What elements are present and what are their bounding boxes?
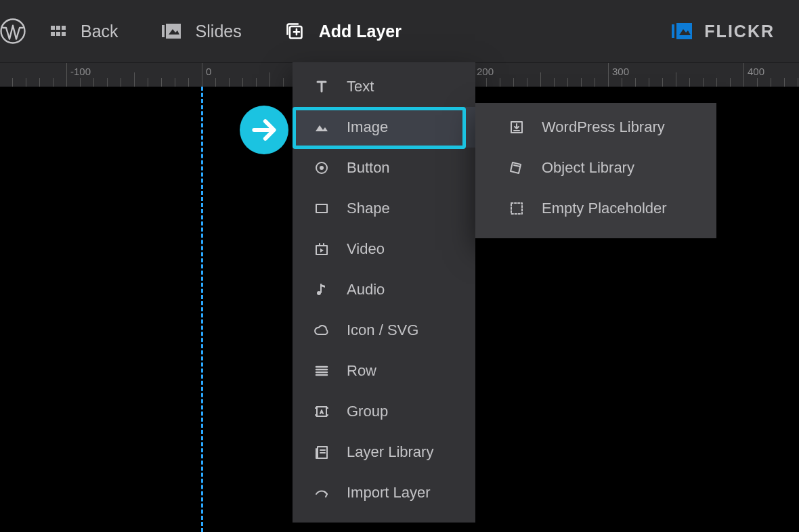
ruler-label: 0 <box>206 66 211 77</box>
shape-icon <box>311 200 332 217</box>
cloud-icon <box>311 322 332 338</box>
back-button[interactable]: Back <box>28 0 140 62</box>
menu-item-label: Object Library <box>542 159 634 177</box>
placeholder-icon <box>506 200 527 217</box>
svg-rect-1 <box>51 26 55 30</box>
flickr-label: FLICKR <box>704 22 775 41</box>
grid-icon <box>49 23 66 39</box>
wordpress-logo[interactable] <box>0 16 28 47</box>
flickr-button[interactable]: FLICKR <box>647 0 799 62</box>
add-layer-item-row[interactable]: Row <box>293 351 475 391</box>
button-icon <box>311 160 332 176</box>
add-layer-icon <box>285 22 304 41</box>
back-label: Back <box>81 22 118 41</box>
group-icon <box>311 403 332 420</box>
ruler-label: 300 <box>612 66 629 77</box>
ruler-label: 400 <box>748 66 764 77</box>
add-layer-item-audio[interactable]: Audio <box>293 269 475 310</box>
add-layer-item-layer-library[interactable]: Layer Library <box>293 432 475 472</box>
svg-rect-22 <box>511 203 522 214</box>
svg-point-15 <box>320 166 324 170</box>
add-layer-item-group[interactable]: Group <box>293 391 475 432</box>
menu-item-label: Icon / SVG <box>347 322 418 339</box>
menu-item-label: WordPress Library <box>542 118 665 136</box>
add-layer-button[interactable]: Add Layer <box>263 0 423 62</box>
slides-label: Slides <box>196 22 242 41</box>
menu-item-label: Row <box>347 362 376 380</box>
add-layer-item-video[interactable]: Video <box>293 229 475 269</box>
add-layer-item-icon-svg[interactable]: Icon / SVG <box>293 310 475 351</box>
svg-rect-3 <box>62 26 66 30</box>
slides-button[interactable]: Slides <box>140 0 263 62</box>
menu-item-label: Import Layer <box>347 484 431 502</box>
image-submenu-item-empty-placeholder[interactable]: Empty Placeholder <box>475 188 716 229</box>
svg-rect-2 <box>56 26 60 30</box>
top-toolbar: Back Slides Add Layer <box>0 0 799 62</box>
svg-rect-6 <box>62 32 66 36</box>
add-layer-item-text[interactable]: Text <box>293 66 475 107</box>
menu-item-label: Shape <box>347 200 390 217</box>
wp-library-icon <box>506 119 527 135</box>
svg-rect-5 <box>56 32 60 36</box>
image-icon <box>311 119 332 135</box>
menu-item-label: Image <box>347 118 388 136</box>
video-icon <box>311 241 332 257</box>
svg-point-18 <box>317 291 321 295</box>
add-layer-item-button[interactable]: Button <box>293 148 475 188</box>
object-library-icon <box>506 160 527 176</box>
menu-item-label: Audio <box>347 281 385 298</box>
add-layer-item-import-layer[interactable]: Import Layer <box>293 472 475 513</box>
add-layer-label: Add Layer <box>319 22 402 41</box>
audio-icon <box>311 282 332 298</box>
text-icon <box>311 79 332 95</box>
row-icon <box>311 363 332 379</box>
menu-item-label: Layer Library <box>347 443 433 461</box>
slides-icon <box>162 24 181 39</box>
vertical-guide-line <box>201 87 203 532</box>
add-layer-item-image[interactable]: Image <box>293 107 475 148</box>
svg-rect-7 <box>162 25 165 37</box>
ruler-label: -100 <box>70 66 91 77</box>
import-icon <box>311 485 332 501</box>
ruler-label: 200 <box>477 66 494 77</box>
image-submenu: WordPress LibraryObject LibraryEmpty Pla… <box>475 103 716 238</box>
callout-arrow-icon <box>240 106 288 154</box>
add-layer-item-shape[interactable]: Shape <box>293 188 475 229</box>
add-layer-menu: TextImageButtonShapeVideoAudioIcon / SVG… <box>293 62 475 523</box>
flickr-icon <box>672 23 692 39</box>
svg-point-0 <box>1 20 24 43</box>
menu-item-label: Group <box>347 403 388 420</box>
library-icon <box>311 444 332 460</box>
svg-rect-11 <box>672 24 674 38</box>
image-submenu-item-wordpress-library[interactable]: WordPress Library <box>475 107 716 148</box>
menu-item-label: Video <box>347 240 385 258</box>
menu-item-label: Text <box>347 78 374 95</box>
menu-item-label: Button <box>347 159 390 177</box>
svg-rect-16 <box>316 204 327 213</box>
menu-item-label: Empty Placeholder <box>542 200 667 217</box>
image-submenu-item-object-library[interactable]: Object Library <box>475 148 716 188</box>
svg-rect-4 <box>51 32 55 36</box>
